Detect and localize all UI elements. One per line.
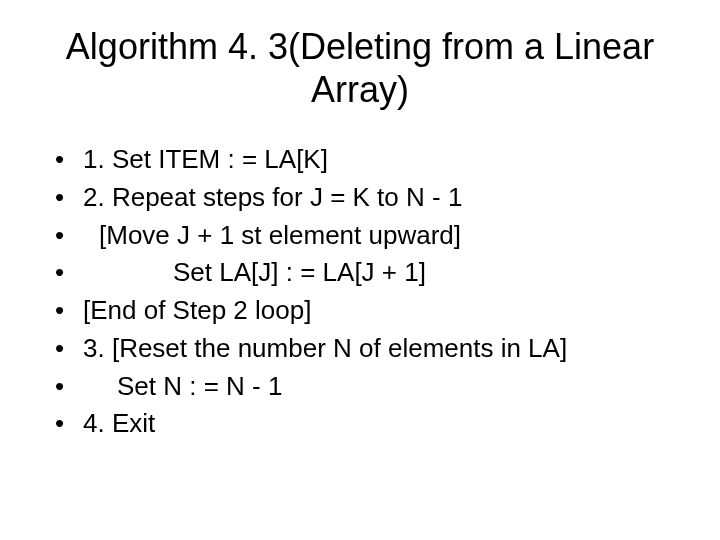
step-text: Set LA[J] : = LA[J + 1] xyxy=(83,254,426,292)
step-text: [Move J + 1 st element upward] xyxy=(83,217,461,255)
step-text: Set N : = N - 1 xyxy=(83,368,282,406)
slide-title: Algorithm 4. 3(Deleting from a Linear Ar… xyxy=(40,25,680,111)
list-item: 4. Exit xyxy=(55,405,680,443)
list-item: 2. Repeat steps for J = K to N - 1 xyxy=(55,179,680,217)
algorithm-steps-list: 1. Set ITEM : = LA[K] 2. Repeat steps fo… xyxy=(40,141,680,443)
step-text: 1. Set ITEM : = LA[K] xyxy=(83,144,328,174)
step-text: 3. [Reset the number N of elements in LA… xyxy=(83,333,567,363)
list-item: Set LA[J] : = LA[J + 1] xyxy=(55,254,680,292)
step-text: 2. Repeat steps for J = K to N - 1 xyxy=(83,182,462,212)
list-item: 1. Set ITEM : = LA[K] xyxy=(55,141,680,179)
list-item: [Move J + 1 st element upward] xyxy=(55,217,680,255)
list-item: 3. [Reset the number N of elements in LA… xyxy=(55,330,680,368)
list-item: [End of Step 2 loop] xyxy=(55,292,680,330)
list-item: Set N : = N - 1 xyxy=(55,368,680,406)
step-text: 4. Exit xyxy=(83,408,155,438)
step-text: [End of Step 2 loop] xyxy=(83,295,311,325)
